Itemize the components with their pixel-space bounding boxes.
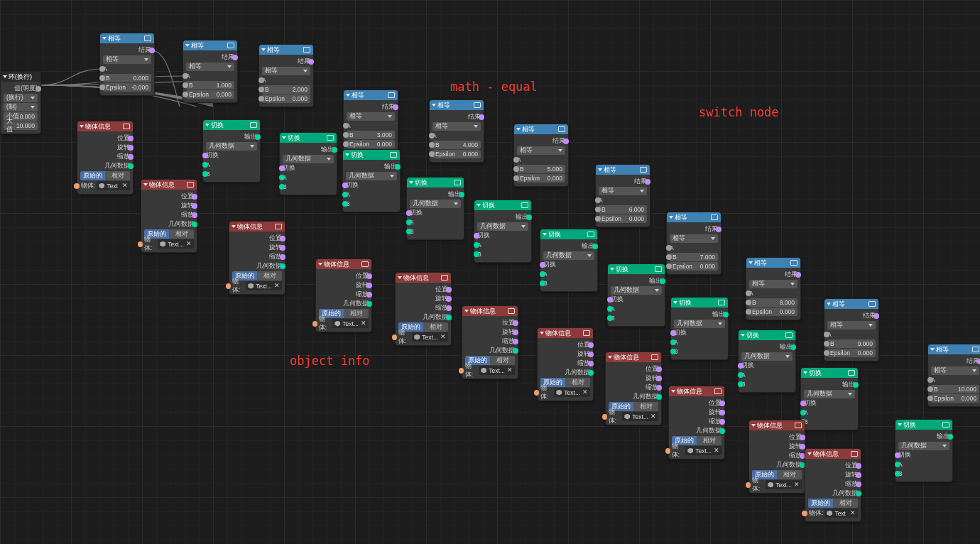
object-picker[interactable]: Text...✕ [479,366,515,375]
socket-out-result[interactable] [645,179,650,185]
socket-in-epsilon[interactable] [666,263,672,269]
math-equal-node-0[interactable]: 相等 结果 相等 A B0.000 Epsilon-0.000 [99,33,155,96]
socket-in-b[interactable] [513,166,519,172]
socket-out-scale[interactable] [128,154,134,160]
socket-in-switch[interactable] [279,165,285,171]
socket-in-epsilon[interactable] [429,151,435,157]
socket-in-a[interactable] [738,372,744,378]
object-picker[interactable]: Text...✕ [622,412,658,421]
collapse-icon[interactable] [898,423,902,426]
socket-out-scale[interactable] [719,419,725,425]
socket-out-geometry[interactable] [588,370,594,376]
socket-out-rotation[interactable] [280,245,285,251]
type-dropdown[interactable]: 几何数据 [477,222,528,231]
socket-out-geometry[interactable] [395,164,401,170]
switch-node-3[interactable]: 切换 输出 几何数据 切换 A B [406,177,464,240]
socket-in-object[interactable] [534,390,539,396]
socket-in-b[interactable] [406,229,412,234]
socket-out-geometry[interactable] [255,134,261,140]
node-options-icon[interactable] [718,300,725,305]
socket-in-a[interactable] [895,462,900,467]
socket-out-location[interactable] [366,273,372,279]
node-options-icon[interactable] [327,135,334,141]
clear-icon[interactable]: ✕ [186,241,192,247]
socket-out-rotation[interactable] [513,330,518,335]
socket-in-object[interactable] [802,511,807,516]
socket-in-b[interactable] [202,171,208,177]
clear-icon[interactable]: ✕ [361,320,366,327]
socket-out-location[interactable] [513,320,518,326]
clear-icon[interactable]: ✕ [274,283,280,289]
clear-icon[interactable]: ✕ [122,183,128,189]
socket-out-result[interactable] [795,272,801,278]
socket-in-a[interactable] [513,157,519,163]
socket-in-epsilon[interactable] [258,96,264,102]
socket-in-object[interactable] [459,368,464,374]
node-options-icon[interactable] [275,224,282,229]
socket-in-epsilon[interactable] [595,216,601,222]
socket-in-a[interactable] [406,219,412,225]
socket-in-epsilon[interactable] [824,350,829,356]
switch-node-5[interactable]: 切换 输出 几何数据 切换 A B [540,229,598,292]
socket-in-object[interactable] [746,482,751,488]
socket-in-epsilon[interactable] [746,309,751,315]
socket-in-switch[interactable] [342,183,348,188]
socket-out-location[interactable] [192,194,197,200]
node-options-icon[interactable] [655,266,662,272]
node-options-icon[interactable] [651,354,658,360]
socket-out-rotation[interactable] [588,352,594,357]
collapse-icon[interactable] [205,124,209,126]
socket-out-result[interactable] [232,55,238,60]
switch-node-6[interactable]: 切换 输出 几何数据 切换 A B [607,263,665,327]
socket-out-geometry[interactable] [856,491,861,496]
node-options-icon[interactable] [521,202,528,208]
collapse-icon[interactable] [608,356,612,359]
socket-in-epsilon[interactable] [343,141,349,147]
object-info-node-9[interactable]: 物体信息 位置 旋转 缩放 几何数据 原始的相对 物体: Text...✕ [748,420,805,494]
socket-in-a[interactable] [202,162,208,168]
socket-in-switch[interactable] [800,401,806,406]
clear-icon[interactable]: ✕ [794,482,800,488]
collapse-icon[interactable] [669,216,673,219]
node-options-icon[interactable] [441,275,448,281]
collapse-icon[interactable] [185,44,190,47]
clear-icon[interactable]: ✕ [850,510,856,516]
collapse-icon[interactable] [464,310,469,312]
math-equal-node-4[interactable]: 相等 结果 相等 A B4.000 Epsilon0.000 [429,99,484,163]
socket-in-b[interactable] [595,207,601,212]
mode-dropdown[interactable]: 相等 [827,321,876,330]
socket-out-geometry[interactable] [192,222,197,227]
type-dropdown[interactable]: 几何数据 [346,172,397,180]
socket-in-a[interactable] [258,77,264,83]
collapse-icon[interactable] [409,181,413,184]
collapse-icon[interactable] [346,94,350,97]
socket-in-b[interactable] [746,300,751,305]
collapse-icon[interactable] [807,452,812,455]
value-node-loop[interactable]: 环(换行) 值(明度) (换行) (制) 小值0.000 大值10.000 [0,71,41,134]
socket-out-geometry[interactable] [280,263,285,269]
socket-out-rotation[interactable] [719,410,725,415]
switch-node-9[interactable]: 切换 输出 几何数据 切换 A B [800,367,859,430]
socket-out-geometry[interactable] [128,163,134,169]
object-picker[interactable]: Text...✕ [158,239,194,249]
socket-out-scale[interactable] [280,254,285,260]
socket-in-object[interactable] [312,321,317,327]
type-dropdown[interactable]: 几何数据 [283,155,334,163]
clear-icon[interactable]: ✕ [650,413,656,420]
socket-in-b[interactable] [99,75,105,81]
type-dropdown[interactable]: 几何数据 [611,286,662,295]
socket-out-scale[interactable] [192,212,197,218]
collapse-icon[interactable] [318,263,322,266]
node-options-icon[interactable] [361,261,369,267]
socket-in-b[interactable] [343,132,349,138]
socket-in-epsilon[interactable] [99,85,105,90]
socket-in-switch[interactable] [406,210,412,216]
socket-in-switch[interactable] [895,452,900,458]
socket-out-rotation[interactable] [366,283,372,288]
object-picker[interactable]: Text...✕ [766,480,802,489]
node-options-icon[interactable] [250,122,257,128]
socket-in-b[interactable] [183,82,188,88]
type-dropdown[interactable]: 几何数据 [543,251,594,260]
node-options-icon[interactable] [558,126,565,132]
socket-in-epsilon[interactable] [927,396,933,401]
